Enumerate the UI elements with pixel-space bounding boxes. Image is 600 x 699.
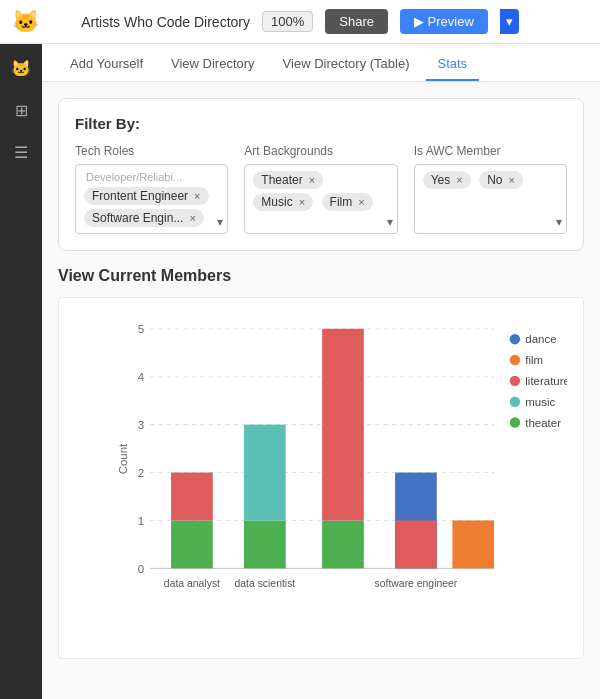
tabbar: Add Yourself View Directory View Directo… — [42, 44, 600, 82]
tab-stats[interactable]: Stats — [426, 48, 480, 81]
svg-text:film: film — [525, 354, 543, 366]
filter-awc-member-box[interactable]: Yes × No × ▾ — [414, 164, 567, 234]
bar-chart: 0 1 2 3 4 5 Count data analyst — [119, 314, 567, 604]
tech-roles-dropdown-arrow[interactable]: ▾ — [217, 215, 223, 229]
filter-art-backgrounds-box[interactable]: Theater × Music × Film × ▾ — [244, 164, 397, 234]
svg-text:4: 4 — [138, 371, 145, 383]
art-tag-film-label: Film — [330, 195, 353, 209]
art-backgrounds-dropdown-arrow[interactable]: ▾ — [387, 215, 393, 229]
bar-da-theater — [171, 520, 213, 568]
tab-view-directory[interactable]: View Directory — [159, 48, 267, 81]
svg-point-20 — [510, 376, 520, 386]
bar-ds1-music — [244, 425, 286, 521]
logo-icon: 🐱 — [12, 9, 39, 35]
art-tag-music[interactable]: Music × — [253, 193, 313, 211]
filter-tech-roles-label: Tech Roles — [75, 144, 228, 158]
bar-ds2-literature — [322, 329, 364, 521]
tech-tag-frontend-remove[interactable]: × — [194, 190, 200, 202]
svg-point-24 — [510, 417, 520, 427]
svg-text:Count: Count — [119, 443, 129, 474]
svg-text:data analyst: data analyst — [164, 578, 220, 589]
svg-text:data scientist: data scientist — [234, 578, 295, 589]
filter-tech-roles: Tech Roles Developer/Reliabi... Frontent… — [75, 144, 228, 234]
sidebar-icon-grid[interactable]: ⊞ — [7, 96, 35, 124]
bar-se1-literature — [395, 520, 437, 568]
awc-member-dropdown-arrow[interactable]: ▾ — [556, 215, 562, 229]
tech-tag-frontend[interactable]: Frontent Engineer × — [84, 187, 209, 205]
filter-art-backgrounds: Art Backgrounds Theater × Music × Film ×… — [244, 144, 397, 234]
svg-text:dance: dance — [525, 333, 556, 345]
art-tag-theater[interactable]: Theater × — [253, 171, 323, 189]
filter-awc-member-label: Is AWC Member — [414, 144, 567, 158]
awc-tag-no-label: No — [487, 173, 502, 187]
preview-dropdown-button[interactable]: ▾ — [500, 9, 519, 34]
svg-text:5: 5 — [138, 323, 144, 335]
bar-se2-film — [452, 520, 494, 568]
tech-tag-frontend-label: Frontent Engineer — [92, 189, 188, 203]
filter-awc-member: Is AWC Member Yes × No × ▾ — [414, 144, 567, 234]
bar-da-literature — [171, 473, 213, 521]
chart-wrapper: 0 1 2 3 4 5 Count data analyst — [58, 297, 584, 659]
share-button[interactable]: Share — [325, 9, 388, 34]
svg-point-18 — [510, 355, 520, 365]
art-tag-film[interactable]: Film × — [322, 193, 373, 211]
filter-title: Filter By: — [75, 115, 567, 132]
zoom-button[interactable]: 100% — [262, 11, 313, 32]
bar-ds1-theater — [244, 520, 286, 568]
chart-section: View Current Members 0 1 2 3 4 5 — [58, 267, 584, 659]
bar-ds2-theater — [322, 520, 364, 568]
svg-text:theater: theater — [525, 417, 561, 429]
svg-point-16 — [510, 334, 520, 344]
tech-tag-software-label: Software Engin... — [92, 211, 183, 225]
tech-roles-placeholder: Developer/Reliabi... — [82, 169, 221, 185]
tab-view-table[interactable]: View Directory (Table) — [271, 48, 422, 81]
art-tag-theater-label: Theater — [261, 173, 302, 187]
svg-text:software engineer: software engineer — [375, 578, 458, 589]
sidebar-icon-menu[interactable]: ☰ — [7, 138, 35, 166]
tech-tag-software-remove[interactable]: × — [189, 212, 195, 224]
awc-tag-no-remove[interactable]: × — [508, 174, 514, 186]
art-tag-music-remove[interactable]: × — [299, 196, 305, 208]
main-content: Add Yourself View Directory View Directo… — [42, 44, 600, 699]
svg-text:0: 0 — [138, 563, 144, 575]
page-title: Artists Who Code Directory — [81, 14, 250, 30]
art-tag-film-remove[interactable]: × — [358, 196, 364, 208]
tab-add-yourself[interactable]: Add Yourself — [58, 48, 155, 81]
awc-tag-yes-remove[interactable]: × — [456, 174, 462, 186]
tech-tag-software[interactable]: Software Engin... × — [84, 209, 204, 227]
sidebar-icon-logo[interactable]: 🐱 — [7, 54, 35, 82]
filter-row: Tech Roles Developer/Reliabi... Frontent… — [75, 144, 567, 234]
awc-tag-yes[interactable]: Yes × — [423, 171, 471, 189]
art-tag-music-label: Music — [261, 195, 292, 209]
art-tag-theater-remove[interactable]: × — [309, 174, 315, 186]
awc-tag-yes-label: Yes — [431, 173, 451, 187]
svg-text:2: 2 — [138, 467, 144, 479]
awc-tag-no[interactable]: No × — [479, 171, 523, 189]
preview-button[interactable]: ▶ Preview — [400, 9, 488, 34]
svg-text:music: music — [525, 396, 555, 408]
svg-text:3: 3 — [138, 419, 144, 431]
svg-text:1: 1 — [138, 515, 144, 527]
filter-art-backgrounds-label: Art Backgrounds — [244, 144, 397, 158]
topbar: 🐱 Artists Who Code Directory 100% Share … — [0, 0, 600, 44]
svg-point-22 — [510, 396, 520, 406]
svg-text:literature: literature — [525, 375, 567, 387]
filter-tech-roles-box[interactable]: Developer/Reliabi... Frontent Engineer ×… — [75, 164, 228, 234]
sidebar: 🐱 ⊞ ☰ — [0, 44, 42, 699]
filter-card: Filter By: Tech Roles Developer/Reliabi.… — [58, 98, 584, 251]
chart-title: View Current Members — [58, 267, 584, 285]
